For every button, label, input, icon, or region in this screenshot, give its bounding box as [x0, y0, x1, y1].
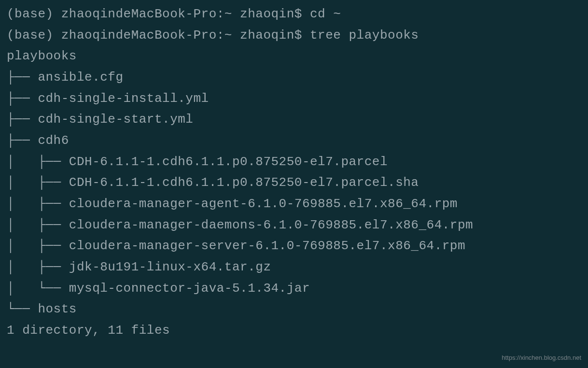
tree-root: playbooks [7, 46, 588, 67]
tree-file-cdh-parcel-sha: │ ├── CDH-6.1.1-1.cdh6.1.1.p0.875250-el7… [7, 172, 588, 194]
tree-file-cdh-single-install: ├── cdh-single-install.yml [7, 88, 588, 110]
tree-file-ansible-cfg: ├── ansible.cfg [7, 67, 588, 88]
terminal-line-prompt-tree: (base) zhaoqindeMacBook-Pro:~ zhaoqin$ t… [7, 25, 588, 46]
watermark-text: https://xinchen.blog.csdn.net [502, 353, 581, 363]
tree-file-cloudera-agent-rpm: │ ├── cloudera-manager-agent-6.1.0-76988… [7, 194, 588, 215]
tree-dir-cdh6: ├── cdh6 [7, 130, 588, 152]
terminal-line-prompt-cd: (base) zhaoqindeMacBook-Pro:~ zhaoqin$ c… [7, 4, 588, 25]
tree-file-cloudera-daemons-rpm: │ ├── cloudera-manager-daemons-6.1.0-769… [7, 215, 588, 236]
tree-file-jdk-targz: │ ├── jdk-8u191-linux-x64.tar.gz [7, 257, 588, 278]
tree-summary: 1 directory, 11 files [7, 320, 588, 341]
tree-file-cdh-single-start: ├── cdh-single-start.yml [7, 109, 588, 130]
tree-file-mysql-connector-jar: │ └── mysql-connector-java-5.1.34.jar [7, 278, 588, 299]
tree-file-cdh-parcel: │ ├── CDH-6.1.1-1.cdh6.1.1.p0.875250-el7… [7, 152, 588, 173]
tree-file-cloudera-server-rpm: │ ├── cloudera-manager-server-6.1.0-7698… [7, 236, 588, 257]
tree-file-hosts: └── hosts [7, 299, 588, 320]
